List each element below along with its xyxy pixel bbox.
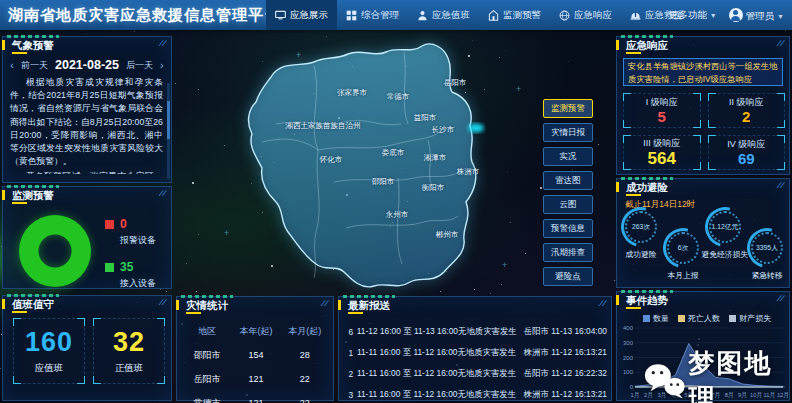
header-right: 更多功能▼ 管理员▼: [669, 0, 784, 30]
province-outline: [176, 32, 536, 296]
panel-title: 值班值守: [3, 296, 171, 313]
gauge-avoided-loss: 1.12亿元 避免经济损失: [705, 211, 745, 281]
map-city-label[interactable]: 益阳市: [414, 113, 437, 123]
map-button-live[interactable]: 实况: [543, 147, 593, 166]
map-city-label[interactable]: 郴州市: [436, 230, 459, 240]
legend-swatch: [729, 315, 736, 322]
level2-card[interactable]: II 级响应 2: [708, 93, 786, 128]
map-city-label[interactable]: 衡阳市: [422, 183, 445, 193]
map-city-label[interactable]: 怀化市: [320, 155, 343, 165]
panel-title: 成功避险: [617, 179, 789, 196]
panel-title: 气象预警: [3, 37, 171, 54]
map-city-label[interactable]: 岳阳市: [444, 78, 467, 88]
map-button-refuge-point[interactable]: 避险点: [543, 267, 593, 286]
nav-monitor-warning[interactable]: 监测预警: [479, 0, 550, 30]
connected-label: 接入设备: [120, 277, 156, 290]
successful-avoidance-panel: 成功避险 // 截止11月14日12时 263次 成功避险 6次 本月上报 1.…: [616, 178, 790, 288]
nav-emergency-display[interactable]: 应急展示: [266, 0, 337, 30]
device-donut-chart: [19, 215, 91, 287]
reports-list: 6 11-12 16:00 至 11-13 16:00 无地质灾害发生 岳阳市 …: [345, 321, 607, 403]
legend-swatch-green: [105, 263, 114, 272]
trend-legend: 数量 死亡人数 财产损失: [643, 313, 771, 324]
chevron-down-icon: ▼: [710, 12, 717, 19]
alarm-label: 报警设备: [120, 234, 156, 247]
weather-warning-panel: 气象预警 // ‹ 前一天 2021-08-25 后一天 › 根据地质灾害成灾规…: [2, 36, 172, 183]
nav-emergency-response[interactable]: 应急响应: [550, 0, 621, 30]
map-city-label[interactable]: 娄底市: [382, 148, 405, 158]
stats-table: 地区 本年(起) 本月(起) 邵阳市 154 28 岳阳市 121 22 常德市…: [183, 319, 329, 403]
alarm-count: 0: [120, 217, 127, 231]
map-button-flood-check[interactable]: 汛期排查: [543, 243, 593, 262]
legend-deaths[interactable]: 死亡人数: [678, 313, 720, 324]
level1-card[interactable]: I 级响应 5: [623, 93, 701, 128]
legend-property-loss[interactable]: 财产损失: [729, 313, 771, 324]
should-duty-count: 160: [25, 327, 73, 358]
map-button-warning-info[interactable]: 预警信息: [543, 219, 593, 238]
svg-text:100: 100: [623, 369, 634, 375]
list-item[interactable]: 2 11-11 16:00 至 11-12 16:00 无地质灾害发生 岳阳市 …: [345, 363, 607, 384]
map-city-label[interactable]: 永州市: [386, 210, 409, 220]
decor-cross: +: [224, 228, 229, 238]
map-button-disaster-daily[interactable]: 灾情日报: [543, 123, 593, 142]
table-row[interactable]: 岳阳市 121 22: [183, 367, 329, 391]
nav-label: 应急值班: [432, 9, 470, 22]
map-city-label[interactable]: 长沙市: [432, 125, 455, 135]
panel-title: 事件趋势: [617, 292, 789, 309]
stats-table-header: 地区 本年(起) 本月(起): [183, 319, 329, 343]
duty-panel: 值班值守 // 160 应值班 32 正值班: [2, 295, 172, 401]
col-month: 本月(起): [280, 325, 329, 338]
map-button-radar[interactable]: 雷达图: [543, 171, 593, 190]
main-nav: 应急展示 综合管理 应急值班 监测预警 应急响应 应急救援: [266, 0, 692, 30]
next-arrow-icon[interactable]: ›: [160, 59, 164, 71]
map-city-label[interactable]: 张家界市: [337, 88, 367, 98]
gauge-ring: 263次: [625, 211, 657, 243]
response-level-cards: I 级响应 5 II 级响应 2 III 级响应 564 IV 级响应 69: [623, 93, 785, 170]
list-item[interactable]: 1 11-11 16:00 至 11-12 16:00 无地质灾害发生 株洲市 …: [345, 342, 607, 363]
emergency-response-panel: 应急响应 // 安化县羊角塘镇沙溪村西山等一组发生地质灾害险情，已启动IV级应急…: [616, 36, 790, 175]
list-item[interactable]: 3 11-11 16:00 至 11-12 16:00 无地质灾害发生 株洲市 …: [345, 384, 607, 403]
response-notice-banner[interactable]: 安化县羊角塘镇沙溪村西山等一组发生地质灾害险情，已启动IV级应急响应: [623, 58, 783, 86]
nav-comprehensive-management[interactable]: 综合管理: [337, 0, 408, 30]
nav-emergency-duty[interactable]: 应急值班: [408, 0, 479, 30]
level4-card[interactable]: IV 级响应 69: [708, 135, 786, 170]
gauge-evacuated-people: 3395人 紧急转移: [747, 232, 787, 281]
more-functions-menu[interactable]: 更多功能▼: [669, 9, 717, 22]
map-city-label[interactable]: 湘西土家族苗族自治州: [286, 121, 361, 131]
svg-text:200: 200: [623, 355, 634, 361]
table-row[interactable]: 常德市 121 22: [183, 391, 329, 403]
map-city-label[interactable]: 湘潭市: [424, 153, 447, 163]
map-city-label[interactable]: 邵阳市: [372, 177, 395, 187]
nav-label: 综合管理: [361, 9, 399, 22]
list-item[interactable]: 6 11-12 16:00 至 11-13 16:00 无地质灾害发生 岳阳市 …: [345, 321, 607, 342]
col-year: 本年(起): [232, 325, 281, 338]
on-duty-card: 32 正值班: [93, 318, 165, 384]
next-day-button[interactable]: 后一天: [126, 59, 153, 72]
panel-title: 灾情统计: [177, 297, 333, 314]
prev-day-button[interactable]: 前一天: [21, 59, 48, 72]
map-button-cloud[interactable]: 云图: [543, 195, 593, 214]
map-button-monitor-warning[interactable]: 监测预警: [543, 99, 593, 118]
gauge-month-reports: 6次 本月上报: [663, 232, 703, 281]
should-duty-card: 160 应值班: [13, 318, 85, 384]
legend-swatch-red: [105, 220, 114, 229]
legend-connected-devices: 35 接入设备: [105, 260, 156, 290]
date-navigator: ‹ 前一天 2021-08-25 后一天 ›: [3, 58, 171, 72]
avatar: [729, 8, 743, 22]
watermark: 梦图地理: [644, 346, 792, 403]
map-city-label[interactable]: 常德市: [387, 92, 410, 102]
decor-cross: +: [516, 84, 521, 94]
globe-icon: [559, 10, 570, 21]
app-header: 湖南省地质灾害应急救援信息管理平台 应急展示 综合管理 应急值班 监测预警 应急…: [0, 0, 792, 30]
table-row[interactable]: 邵阳市 154 28: [183, 343, 329, 367]
prev-arrow-icon[interactable]: ‹: [10, 59, 14, 71]
level3-card[interactable]: III 级响应 564: [623, 135, 701, 170]
scrollbar[interactable]: [167, 83, 170, 179]
legend-count[interactable]: 数量: [643, 313, 669, 324]
highlight-region-marker: [468, 124, 484, 133]
gauge-ring: 1.12亿元: [709, 211, 741, 243]
nav-label: 监测预警: [503, 9, 541, 22]
user-menu[interactable]: 管理员▼: [729, 8, 784, 23]
selected-date: 2021-08-25: [55, 58, 119, 72]
map-city-label[interactable]: 株洲市: [457, 167, 480, 177]
svg-text:300: 300: [623, 340, 634, 346]
